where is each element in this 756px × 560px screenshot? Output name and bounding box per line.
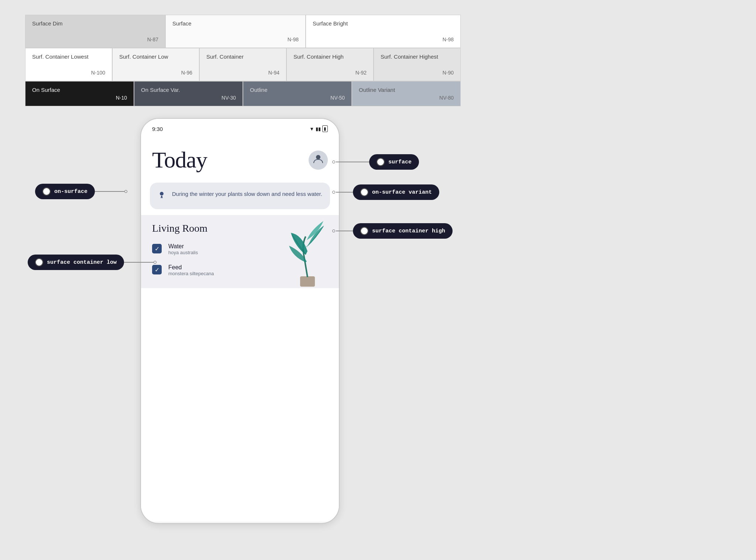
surface-value: N-98 [288,37,299,42]
surface-bright-label: Surface Bright [313,20,454,27]
color-table: Surface Dim N-87 Surface N-98 Surface Br… [25,15,461,106]
annotation-label-on-surface-variant: on-surface variant [372,189,432,196]
outline-cell: Outline NV-50 [243,81,352,106]
phone-content: Today [141,136,339,522]
annotation-pill-on-surface: on-surface [35,184,95,199]
phone-status-icons: ▼ ▮▮ ▮ [309,125,328,132]
tip-icon [157,191,166,202]
surf-container-low-label: Surf. Container Low [119,53,192,60]
phone-title: Today [152,147,207,173]
tip-card: During the winter your plants slow down … [150,183,330,209]
phone-mockup-container: 9:30 ▼ ▮▮ ▮ Today [140,118,340,524]
annotation-on-surface: on-surface [35,184,127,199]
phone-status-bar: 9:30 ▼ ▮▮ ▮ [141,119,339,136]
pill-circle-surface [377,158,385,166]
pill-circle-surface-container-high [360,227,368,235]
task-text-group-1: Water hoya australis [168,243,198,255]
on-surface-var-value: NV-30 [221,95,236,101]
avatar-button[interactable] [309,151,328,170]
annotation-pill-surface-container-high: surface container high [353,223,453,239]
pill-circle-on-surface-variant [360,188,368,196]
svg-point-0 [316,155,320,159]
surface-dim-value: N-87 [147,37,158,42]
task-sub-2: monstera siltepecana [168,271,214,276]
annotation-label-surface-container-low: surface container low [47,259,117,266]
connector-line-surface-container-high [336,231,353,231]
on-surface-var-label: On Surface Var. [141,87,236,93]
connector-line-on-surface [95,191,124,192]
connector-line-surface [336,162,369,162]
surf-container-high-value: N-92 [355,70,367,76]
task-text-group-2: Feed monstera siltepecana [168,264,214,276]
outline-variant-value: NV-80 [439,95,454,101]
plant-illustration [284,214,331,288]
svg-point-1 [160,192,164,196]
surf-container-low-cell: Surf. Container Low N-96 [112,48,199,81]
annotation-surface: surface [332,154,419,170]
signal-icon: ▮▮ [316,126,321,132]
color-row-2: Surf. Container Lowest N-100 Surf. Conta… [25,48,461,81]
phone-mockup: 9:30 ▼ ▮▮ ▮ Today [140,118,340,524]
on-surface-cell: On Surface N-10 [25,81,134,106]
battery-icon: ▮ [322,125,328,132]
phone-header: Today [141,136,339,177]
annotation-on-surface-variant: on-surface variant [332,184,439,200]
surf-container-lowest-cell: Surf. Container Lowest N-100 [25,48,112,81]
checkmark-icon-1: ✓ [155,245,159,252]
task-name-2: Feed [168,264,214,271]
surf-container-lowest-label: Surf. Container Lowest [32,53,105,60]
annotation-surface-container-low: surface container low [28,255,157,270]
connector-dot-on-surface [124,190,127,193]
phone-time: 9:30 [152,126,163,132]
on-surface-label: On Surface [32,87,127,93]
svg-rect-2 [161,196,162,197]
on-surface-value: N-10 [116,95,127,101]
connector-line-on-surface-variant [336,192,353,193]
surface-bright-value: N-98 [443,37,454,42]
tip-text: During the winter your plants slow down … [172,190,322,198]
surf-container-highest-cell: Surf. Container Highest N-90 [374,48,461,81]
annotation-pill-on-surface-variant: on-surface variant [353,184,439,200]
annotation-pill-surface-container-low: surface container low [28,255,124,270]
annotation-surface-container-high: surface container high [332,223,453,239]
surf-container-lowest-value: N-100 [91,70,105,76]
on-surface-var-cell: On Surface Var. NV-30 [134,81,243,106]
task-checkbox-1: ✓ [152,244,162,253]
task-name-1: Water [168,243,198,250]
connector-dot-surface-container-low [154,261,157,264]
surf-container-highest-value: N-90 [443,70,454,76]
color-row-1: Surface Dim N-87 Surface N-98 Surface Br… [25,15,461,48]
outline-label: Outline [250,87,345,93]
annotation-pill-surface: surface [369,154,419,170]
connector-dot-on-surface-variant [332,191,335,194]
surf-container-low-value: N-96 [181,70,192,76]
annotation-label-on-surface: on-surface [54,189,87,195]
annotation-label-surface-container-high: surface container high [372,228,445,234]
surface-dim-label: Surface Dim [32,20,158,27]
connector-line-surface-container-low [124,262,154,263]
surf-container-value: N-94 [268,70,279,76]
surf-container-high-label: Surf. Container High [293,53,367,60]
task-sub-1: hoya australis [168,250,198,255]
connector-dot-surface-container-high [332,229,335,232]
surf-container-cell: Surf. Container N-94 [199,48,286,81]
surf-container-high-cell: Surf. Container High N-92 [286,48,374,81]
surface-bright-cell: Surface Bright N-98 [306,15,461,48]
connector-dot-surface [332,160,335,163]
annotation-label-surface: surface [388,159,412,165]
wifi-icon: ▼ [309,126,314,132]
surface-label: Surface [172,20,299,27]
surf-container-label: Surf. Container [206,53,279,60]
outline-value: NV-50 [330,95,345,101]
pill-circle-on-surface [42,187,51,196]
outline-variant-label: Outline Variant [359,87,454,93]
outline-variant-cell: Outline Variant NV-80 [352,81,461,106]
pill-circle-surface-container-low [35,258,43,266]
surf-container-highest-label: Surf. Container Highest [381,53,454,60]
surface-dim-cell: Surface Dim N-87 [25,15,165,48]
color-row-3: On Surface N-10 On Surface Var. NV-30 Ou… [25,81,461,106]
svg-rect-3 [300,276,315,287]
avatar-icon [313,153,323,166]
surface-cell: Surface N-98 [165,15,306,48]
